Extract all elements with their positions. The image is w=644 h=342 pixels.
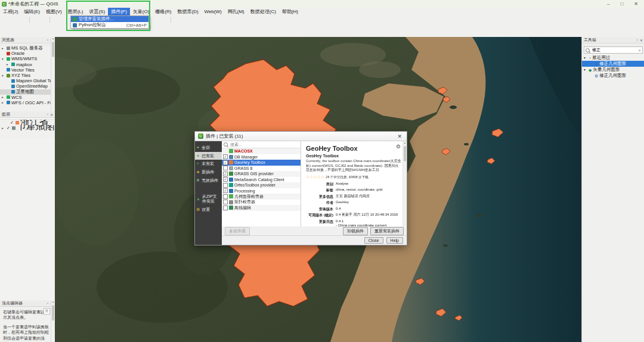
dialog-tab[interactable]: ✦ 未安装 <box>195 160 222 168</box>
menu-item[interactable]: 帮助(H) <box>279 8 301 15</box>
clear-search-icon[interactable]: ✕ <box>638 48 641 52</box>
layer-item[interactable]: ✓ 浙江省 <box>0 120 55 125</box>
plugin-list-item[interactable]: ✓ DB Manager <box>222 154 301 160</box>
close-panel-icon[interactable]: ✕ <box>640 38 643 42</box>
expander-icon[interactable]: ▸ <box>2 126 5 130</box>
plugin-list-item[interactable]: 拓扑检查器 <box>222 200 301 206</box>
dropdown-menu-item[interactable]: Python控制台 Ctrl+Alt+P <box>71 22 148 28</box>
close-button[interactable]: ✕ <box>634 1 638 7</box>
menu-item[interactable]: 栅格(R) <box>152 8 174 15</box>
browser-tree-item[interactable]: ▸ WFS / OGC API - Featu <box>0 100 55 105</box>
toolbar-icon[interactable] <box>49 17 50 23</box>
dialog-tab[interactable]: ▲ 从ZIP文件安装 <box>195 192 222 205</box>
panel-menu-icon[interactable]: ☰ <box>44 308 50 315</box>
layer-checkbox[interactable]: ✓ <box>7 126 11 130</box>
menu-item[interactable]: 插件(P) <box>108 8 130 15</box>
dropdown-menu-item[interactable]: 管理并安装插件... <box>71 16 148 22</box>
reinstall-button[interactable]: 重新安装插件 <box>370 227 404 235</box>
plugin-list-item[interactable]: OrfeoToolbox provider <box>222 182 301 188</box>
layer-checkbox[interactable]: ✓ <box>10 120 14 125</box>
expander-icon[interactable]: ▸ <box>2 101 5 104</box>
menu-item[interactable]: 设置(S) <box>86 8 108 15</box>
dialog-tab[interactable]: ⚙ 设置 <box>195 206 222 214</box>
dock-icon[interactable]: ▫ <box>47 301 48 306</box>
browser-tree-item[interactable]: ▸ mapbox <box>0 62 55 67</box>
plugin-checkbox[interactable]: ✓ <box>223 154 228 159</box>
toolbar-icon[interactable] <box>29 17 30 23</box>
dialog-tab[interactable]: ✦ 已安装 <box>195 152 222 160</box>
plugin-list-item[interactable]: 几何图形检查器 <box>222 194 301 200</box>
dock-icon[interactable]: ▫ <box>637 38 638 42</box>
browser-tree-item[interactable]: Vector Tiles <box>0 67 55 73</box>
menu-item[interactable]: 矢量(O) <box>130 8 153 15</box>
plugin-checkbox[interactable] <box>223 194 228 199</box>
plugin-list-item[interactable]: MACOSX <box>222 148 301 154</box>
dialog-help-button[interactable]: Help <box>386 237 403 244</box>
plugin-search-input[interactable] <box>229 142 291 147</box>
menu-item[interactable]: 图层(L) <box>65 8 86 15</box>
menu-item[interactable]: Web(W) <box>202 8 225 15</box>
browser-tree-item[interactable]: ▸ MS SQL 服务器 <box>0 45 55 51</box>
uninstall-button[interactable]: 卸载插件 <box>343 227 368 235</box>
toolbox-tree-item[interactable]: ⚙ 修正几何图形 <box>582 73 644 79</box>
plugin-list-item[interactable]: GRASS 8 <box>222 166 301 172</box>
dialog-title-bar[interactable]: Q 插件 | 已安装 (11) ✕ <box>195 132 407 141</box>
menu-item[interactable]: 数据库(D) <box>174 8 201 15</box>
expander-icon[interactable]: ▾ <box>584 56 587 60</box>
dialog-tab[interactable]: ✦ 全部 <box>195 144 222 152</box>
expander-icon[interactable]: ▾ <box>584 68 587 71</box>
plugin-checkbox[interactable] <box>223 183 228 188</box>
plugin-checkbox[interactable]: ✓ <box>223 188 228 193</box>
plugin-checkbox[interactable] <box>223 166 228 170</box>
plugin-list-item[interactable]: ✓ GRASS GIS provider <box>222 171 301 177</box>
dialog-tab[interactable]: ★ 新插件 <box>195 168 222 176</box>
browser-tree-item[interactable]: OpenStreetMap <box>0 83 55 89</box>
toolbar-icon[interactable] <box>171 17 171 23</box>
upgrade-all-button[interactable]: 全部升级 <box>225 227 250 235</box>
toolbox-tree-item[interactable]: ▾ ◆ 矢量几何图形 <box>582 67 644 73</box>
menu-item[interactable]: 网孔(M) <box>225 8 247 15</box>
expander-icon[interactable]: ▾ <box>2 74 5 77</box>
plugin-checkbox[interactable] <box>223 200 228 204</box>
toolbar-icon[interactable] <box>150 25 151 31</box>
dock-icon[interactable]: ▫ <box>47 113 48 117</box>
browser-scrollbar[interactable]: ▲ <box>51 37 55 111</box>
browser-tree-item[interactable]: 卫星地图 <box>0 89 55 95</box>
plugin-checkbox[interactable]: ✓ <box>223 172 228 176</box>
dialog-close-button[interactable]: Close <box>364 237 383 244</box>
details-scrollbar[interactable]: ▲ <box>402 141 407 226</box>
metadata-value: china, vector, coordinate, grid <box>336 188 402 193</box>
plugin-checkbox[interactable] <box>223 206 228 210</box>
plugin-list-item[interactable]: ✓ MetaSearch Catalog Client <box>222 177 301 183</box>
maximize-button[interactable]: □ <box>620 1 623 7</box>
menu-item[interactable]: 数据处理(C) <box>247 8 279 15</box>
plugin-list-item[interactable]: ✓ GeoHey Toolbox <box>222 160 301 166</box>
dialog-close-icon[interactable]: ✕ <box>395 133 404 139</box>
menu-item[interactable]: 视图(V) <box>43 8 65 15</box>
toolbox-tree-item[interactable]: ⚙ 修正几何图形 <box>582 61 644 67</box>
expander-icon[interactable]: ▾ <box>2 57 5 61</box>
datasource-icon <box>11 63 15 66</box>
expander-icon[interactable]: ▸ <box>7 63 10 66</box>
close-panel-icon[interactable]: ✕ <box>50 113 53 117</box>
plugin-checkbox[interactable]: ✓ <box>223 160 228 165</box>
layer-item[interactable]: ▸ ✓ 卫星地图 <box>0 125 55 130</box>
toolbox-search-input[interactable] <box>591 48 637 53</box>
toolbox-tree-item[interactable]: ▾ ◔ 最近用过 <box>582 55 644 61</box>
minimize-button[interactable]: – <box>607 1 609 7</box>
dialog-tab[interactable]: ✖ 无效插件 <box>195 176 222 185</box>
menu-item[interactable]: 编辑(E) <box>21 8 43 15</box>
browser-tree-item[interactable]: ▸ WCS <box>0 95 55 100</box>
plugin-checkbox[interactable]: ✓ <box>223 177 228 182</box>
expander-icon[interactable]: ▸ <box>2 95 5 99</box>
browser-tree-item[interactable]: ▾ XYZ Tiles <box>0 73 55 78</box>
plugin-list-item[interactable]: 离线编辑 <box>222 205 301 211</box>
menu-item[interactable]: 工程(J) <box>0 8 21 15</box>
browser-tree-item[interactable]: ▾ WMS/WMTS <box>0 56 55 61</box>
dock-icon[interactable]: ▫ <box>47 38 48 42</box>
plugin-list-item[interactable]: ✓ Processing <box>222 188 301 194</box>
vertex-scrollbar[interactable]: ▲ <box>51 300 55 342</box>
browser-tree-item[interactable]: Oracle <box>0 51 55 56</box>
browser-tree-item[interactable]: Mapzen Global Terra <box>0 78 55 83</box>
expander-icon[interactable]: ▸ <box>2 46 5 50</box>
